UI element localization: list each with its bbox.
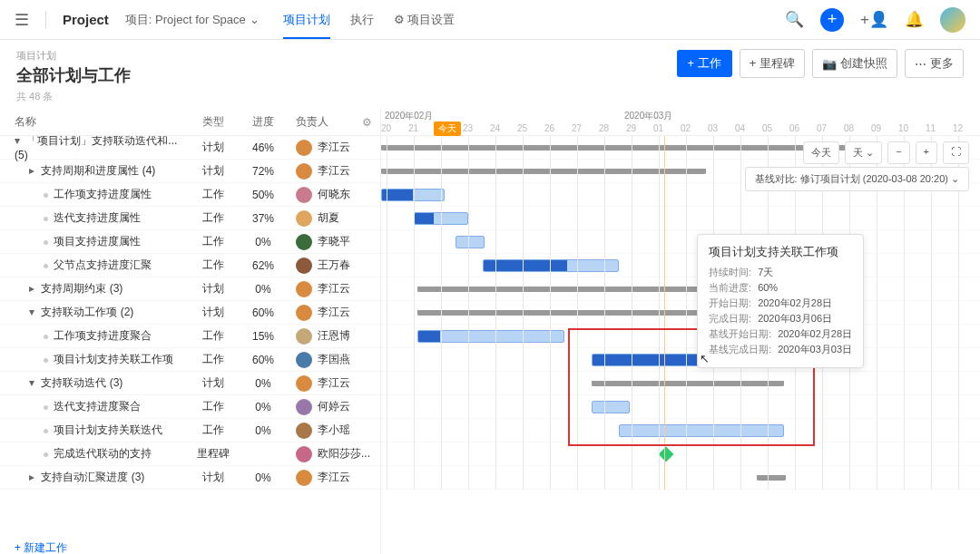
gantt-group-bar[interactable] [381,145,869,151]
table-row[interactable]: ▸ 支持周期和进度属性 (4)计划72%李江云 [0,160,380,183]
more-button[interactable]: ⋯更多 [905,49,964,78]
day-label: 24 [490,123,500,133]
row-owner: 何晓东 [318,187,350,202]
avatar[interactable] [940,7,965,33]
table-row[interactable]: ▸ 支持自动汇聚进度 (3)计划0%李江云 [0,466,380,490]
expander-icon[interactable]: ▾ [29,376,38,389]
month-label: 2020年02月 [385,110,433,122]
owner-avatar [296,163,312,180]
gantt-task-bar[interactable] [417,330,564,343]
owner-avatar [296,305,312,321]
gantt-group-bar[interactable] [757,475,786,481]
table-row[interactable]: 完成迭代联动的支持里程碑欧阳莎莎... [0,442,380,466]
owner-avatar [296,352,312,368]
invite-icon[interactable]: +👤 [860,10,888,29]
dot-icon [44,240,48,245]
row-name: 支持联动工作项 (2) [41,306,133,318]
day-label: 09 [871,123,881,133]
table-row[interactable]: 父节点支持进度汇聚工作62%王万春 [0,254,380,277]
row-name: 项目计划支持关联工作项 [54,353,173,365]
gantt-task-bar[interactable] [456,236,485,248]
gantt-row [381,466,980,490]
divider [45,11,46,29]
add-milestone-button[interactable]: + 里程碑 [740,49,805,78]
col-name[interactable]: 名称 [0,114,189,130]
baseline-selector[interactable]: 基线对比: 修订项目计划 (2020-03-08 20:20) ⌄ [745,167,969,191]
menu-icon[interactable]: ☰ [15,10,29,30]
expander-icon[interactable]: ▾ [29,306,38,318]
expander-icon[interactable]: ▸ [29,282,38,295]
gear-icon: ⚙ [394,13,405,26]
main-tabs: 项目计划执行⚙ 项目设置 [283,1,456,39]
bar-tooltip: 项目计划支持关联工作项 持续时间: 7天当前进度: 60%开始日期: 2020年… [697,234,864,368]
day-label: 21 [408,123,418,133]
table-row[interactable]: 工作项支持进度聚合工作15%汪恩博 [0,325,380,348]
expander-icon[interactable]: ▸ [29,164,38,177]
row-name: 支持周期和进度属性 (4) [41,164,155,177]
gridline [414,136,415,490]
breadcrumb: 项目计划 [16,49,131,63]
gantt-task-bar[interactable] [381,189,445,201]
owner-avatar [296,423,312,439]
tooltip-row: 完成日期: 2020年03月06日 [709,312,852,326]
row-type: 计划 [189,470,238,485]
day-label: 10 [898,123,908,133]
tab-0[interactable]: 项目计划 [283,1,330,39]
unit-selector[interactable]: 天 ⌄ [845,141,882,164]
add-task-link[interactable]: + 新建工作 [0,533,380,554]
cursor-icon: ↖ [700,352,714,366]
table-row[interactable]: 项目计划支持关联工作项工作60%李国燕 [0,348,380,372]
table-row[interactable]: 迭代支持进度属性工作37%胡夏 [0,207,380,230]
expander-icon[interactable]: ▸ [29,471,38,483]
brand: Project [63,12,109,27]
table-row[interactable]: 迭代支持进度聚合工作0%何婷云 [0,395,380,419]
row-name: 迭代支持进度属性 [54,211,141,224]
bell-icon[interactable]: 🔔 [905,10,924,29]
tooltip-row: 持续时间: 7天 [709,266,852,279]
gridline [550,136,551,490]
dot-icon [44,264,48,268]
zoom-out-button[interactable]: − [887,141,909,164]
table-row[interactable]: ▸ 支持周期约束 (3)计划0%李江云 [0,277,380,301]
table-row[interactable]: ▾ 支持联动迭代 (3)计划0%李江云 [0,372,380,395]
month-label: 2020年03月 [624,110,672,122]
add-button[interactable]: + [820,8,844,32]
col-owner[interactable]: 负责人 [289,114,353,130]
row-name: 支持周期约束 (3) [41,282,122,295]
row-type: 工作 [189,328,238,344]
table-row[interactable]: ▾ 支持联动工作项 (2)计划60%李江云 [0,301,380,325]
table-row[interactable]: 项目计划支持关联迭代工作0%李小瑶 [0,419,380,442]
row-type: 工作 [189,352,238,367]
gantt-task-bar[interactable] [483,259,619,272]
expander-icon[interactable]: ▾ [15,136,24,147]
today-button[interactable]: 今天 [803,141,839,164]
table-row[interactable]: ▾ 「项目计划」支持联动迭代和... (5)计划46%李江云 [0,136,380,160]
search-icon[interactable]: 🔍 [785,10,804,29]
fullscreen-button[interactable]: ⛶ [943,141,969,164]
row-type: 里程碑 [189,446,238,462]
tooltip-title: 项目计划支持关联工作项 [709,244,852,260]
row-progress: 0% [238,236,289,248]
add-work-button[interactable]: + 工作 [677,50,732,77]
table-row[interactable]: 工作项支持进度属性工作50%何晓东 [0,183,380,207]
table-row[interactable]: 项目支持进度属性工作0%李晓平 [0,230,380,254]
create-snapshot-button[interactable]: 📷创建快照 [812,49,897,78]
gantt-group-bar[interactable] [381,169,706,174]
project-selector[interactable]: 项目: Project for Space⌄ [125,12,260,28]
tooltip-row: 基线完成日期: 2020年03月03日 [709,343,852,356]
col-progress[interactable]: 进度 [238,114,289,130]
gear-icon[interactable]: ⚙ [353,116,380,129]
milestone-marker[interactable] [659,447,674,462]
tab-1[interactable]: 执行 [350,1,374,39]
owner-avatar [296,328,312,345]
tab-2[interactable]: ⚙ 项目设置 [394,1,456,39]
gantt-row [381,230,980,254]
owner-avatar [296,446,312,462]
day-label: 29 [626,123,636,133]
col-type[interactable]: 类型 [189,114,238,130]
gridline [441,136,442,490]
gantt-row [381,254,980,277]
zoom-in-button[interactable]: + [916,141,937,164]
row-name: 工作项支持进度属性 [54,188,152,200]
day-label: 07 [817,123,827,133]
